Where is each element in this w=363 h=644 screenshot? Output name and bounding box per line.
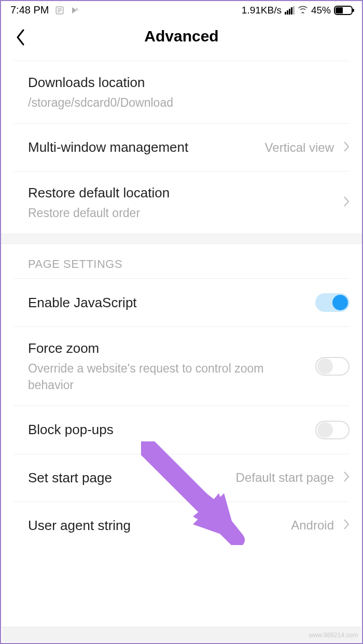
item-text: Force zoom Override a website's request … [28,339,309,393]
item-title: Restore default location [28,184,337,202]
item-title: Block pop-ups [28,421,309,439]
item-multiwindow[interactable]: Multi-window management Vertical view [1,124,362,171]
item-value: Android [291,518,334,533]
item-user-agent[interactable]: User agent string Android [1,502,362,549]
settings-list: Downloads location /storage/sdcard0/Down… [1,61,362,549]
item-block-popups[interactable]: Block pop-ups [1,406,362,454]
item-subtitle: /storage/sdcard0/Download [28,95,350,111]
item-title: User agent string [28,517,285,535]
app-header: Advanced [1,18,362,61]
chevron-right-icon [343,471,350,484]
toggle-knob [317,359,333,374]
signal-icon [285,6,295,15]
item-text: User agent string [28,517,285,535]
battery-icon [334,6,353,15]
item-text: Multi-window management [28,138,259,156]
notification-icon-1 [55,6,64,15]
item-title: Force zoom [28,339,309,357]
item-title: Enable JavaScript [28,294,309,312]
toggle-block-popups[interactable] [315,421,350,439]
item-title: Multi-window management [28,138,259,156]
toggle-javascript[interactable] [315,293,350,312]
bottom-bar [2,626,361,642]
chevron-left-icon [16,28,26,46]
item-text: Set start page [28,469,230,487]
back-button[interactable] [16,28,26,48]
status-bar: 7:48 PM 1.91KB/s 45% [1,1,362,18]
item-enable-javascript[interactable]: Enable JavaScript [1,279,362,326]
item-text: Enable JavaScript [28,294,309,312]
item-downloads-location[interactable]: Downloads location /storage/sdcard0/Down… [1,61,362,123]
status-left: 7:48 PM [10,4,80,16]
item-value: Default start page [236,470,334,485]
data-rate: 1.91KB/s [242,5,282,16]
item-subtitle: Restore default order [28,205,337,221]
item-title: Set start page [28,469,230,487]
item-text: Downloads location /storage/sdcard0/Down… [28,74,350,111]
toggle-knob [317,422,333,438]
wifi-icon [298,5,308,16]
item-title: Downloads location [28,74,350,92]
battery-percent: 45% [311,5,331,16]
chevron-right-icon [343,196,350,209]
page-title: Advanced [11,27,352,45]
chevron-right-icon [343,141,350,154]
notification-icon-2 [71,6,80,15]
item-text: Restore default location Restore default… [28,184,337,221]
chevron-right-icon [343,519,350,532]
item-set-start-page[interactable]: Set start page Default start page [1,454,362,502]
section-gap [1,234,362,244]
item-subtitle: Override a website's request to control … [28,361,309,393]
item-text: Block pop-ups [28,421,309,439]
section-header-page-settings: PAGE SETTINGS [1,244,362,278]
toggle-force-zoom[interactable] [315,357,350,376]
status-right: 1.91KB/s 45% [242,5,353,16]
status-time: 7:48 PM [10,4,49,16]
watermark: www.989214.com [309,632,358,639]
item-value: Vertical view [265,140,334,155]
toggle-knob [332,295,348,310]
item-force-zoom[interactable]: Force zoom Override a website's request … [1,327,362,405]
item-restore-default[interactable]: Restore default location Restore default… [1,171,362,234]
